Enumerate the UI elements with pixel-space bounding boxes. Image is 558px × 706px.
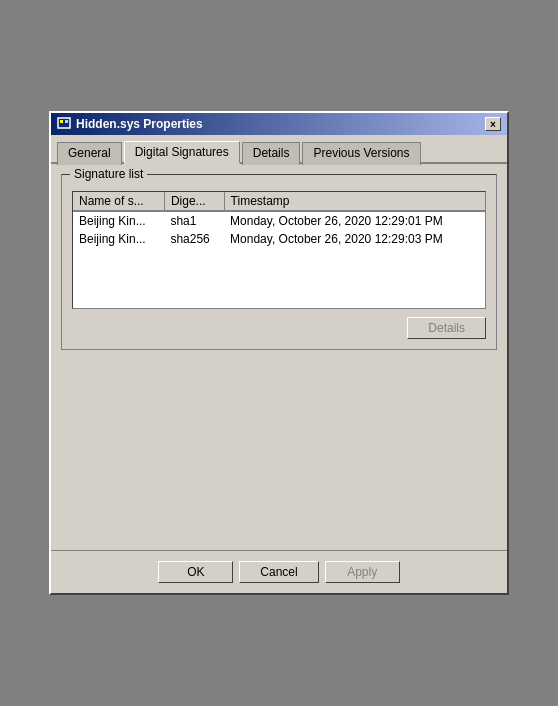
- group-label: Signature list: [70, 167, 147, 181]
- bottom-bar: OK Cancel Apply: [51, 550, 507, 593]
- signature-table-container: Name of s... Dige... Timestamp Beijing K…: [72, 191, 486, 309]
- details-button-row: Details: [72, 317, 486, 339]
- tab-digital-signatures[interactable]: Digital Signatures: [124, 141, 240, 164]
- table-row[interactable]: Beijing Kin... sha256 Monday, October 26…: [73, 230, 485, 248]
- table-empty-row: [73, 248, 485, 308]
- table-row[interactable]: Beijing Kin... sha1 Monday, October 26, …: [73, 211, 485, 230]
- signature-table: Name of s... Dige... Timestamp Beijing K…: [73, 192, 485, 308]
- col-header-timestamp[interactable]: Timestamp: [224, 192, 485, 211]
- cancel-button[interactable]: Cancel: [239, 561, 318, 583]
- cell-digest-0: sha1: [164, 211, 224, 230]
- apply-button[interactable]: Apply: [325, 561, 400, 583]
- cell-digest-1: sha256: [164, 230, 224, 248]
- cell-timestamp-0: Monday, October 26, 2020 12:29:01 PM: [224, 211, 485, 230]
- tab-content: Signature list Name of s... Dige... Time…: [51, 164, 507, 550]
- properties-window: Hidden.sys Properties × General Digital …: [49, 111, 509, 595]
- col-header-name[interactable]: Name of s...: [73, 192, 164, 211]
- content-spacer: [61, 360, 497, 540]
- tab-previous-versions[interactable]: Previous Versions: [302, 142, 420, 165]
- tab-general[interactable]: General: [57, 142, 122, 165]
- cell-name-0: Beijing Kin...: [73, 211, 164, 230]
- window-icon: [57, 117, 71, 131]
- tab-details[interactable]: Details: [242, 142, 301, 165]
- svg-rect-2: [65, 120, 68, 123]
- ok-button[interactable]: OK: [158, 561, 233, 583]
- svg-rect-0: [58, 118, 70, 128]
- cell-name-1: Beijing Kin...: [73, 230, 164, 248]
- signature-list-group: Signature list Name of s... Dige... Time…: [61, 174, 497, 350]
- details-button[interactable]: Details: [407, 317, 486, 339]
- title-bar-left: Hidden.sys Properties: [57, 117, 203, 131]
- window-title: Hidden.sys Properties: [76, 117, 203, 131]
- close-button[interactable]: ×: [485, 117, 501, 131]
- tab-bar: General Digital Signatures Details Previ…: [51, 135, 507, 164]
- title-bar: Hidden.sys Properties ×: [51, 113, 507, 135]
- cell-timestamp-1: Monday, October 26, 2020 12:29:03 PM: [224, 230, 485, 248]
- svg-rect-1: [60, 120, 63, 123]
- col-header-digest[interactable]: Dige...: [164, 192, 224, 211]
- table-header-row: Name of s... Dige... Timestamp: [73, 192, 485, 211]
